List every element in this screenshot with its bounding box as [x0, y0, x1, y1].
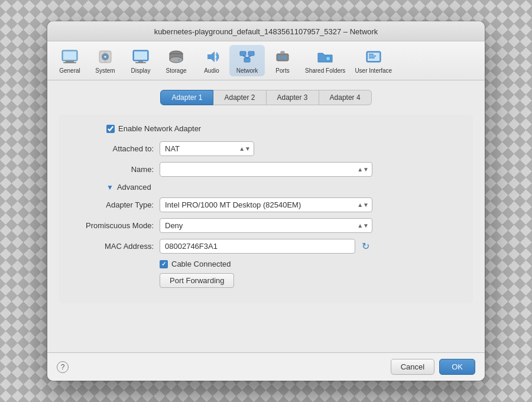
tab-adapter1[interactable]: Adapter 1 — [160, 90, 213, 105]
name-control: ▲▼ — [160, 162, 372, 177]
promiscuous-row: Promiscuous Mode: Deny Allow VMs Allow A… — [71, 218, 461, 233]
attached-to-wrapper: NAT Bridged Adapter Internal Network Hos… — [160, 141, 254, 156]
svg-rect-1 — [63, 51, 76, 60]
audio-icon — [202, 47, 221, 66]
port-forwarding-row: Port Forwarding — [71, 273, 461, 288]
form-container: Enable Network Adapter Attached to: NAT … — [59, 115, 473, 303]
main-window: kubernetes-playground_default_1483561107… — [47, 21, 485, 381]
svg-rect-26 — [281, 56, 283, 59]
svg-rect-25 — [278, 56, 280, 59]
svg-rect-34 — [369, 56, 376, 57]
mac-input-row: ↻ — [160, 239, 372, 254]
svg-rect-13 — [135, 62, 146, 63]
toolbar-audio[interactable]: Audio — [194, 45, 229, 76]
adapter-tabs: Adapter 1 Adapter 2 Adapter 3 Adapter 4 — [59, 90, 473, 105]
content-area: Adapter 1 Adapter 2 Adapter 3 Adapter 4 … — [47, 80, 485, 352]
svg-point-17 — [179, 59, 180, 61]
promiscuous-wrapper: Deny Allow VMs Allow All ▲▼ — [160, 218, 372, 233]
svg-rect-20 — [248, 51, 254, 56]
help-label: ? — [61, 363, 65, 371]
general-label: General — [59, 67, 80, 74]
promiscuous-control: Deny Allow VMs Allow All ▲▼ — [160, 218, 372, 233]
toolbar-user-interface[interactable]: User Interface — [350, 45, 397, 76]
audio-label: Audio — [204, 67, 219, 74]
system-label: System — [95, 67, 115, 74]
promiscuous-select[interactable]: Deny Allow VMs Allow All — [160, 218, 372, 233]
attached-to-select[interactable]: NAT Bridged Adapter Internal Network Hos… — [160, 141, 254, 156]
svg-rect-21 — [244, 58, 250, 62]
mac-address-label: MAC Address: — [71, 242, 160, 251]
shared-folders-icon: ↑ — [316, 47, 335, 66]
name-label: Name: — [71, 165, 160, 174]
system-icon — [96, 47, 115, 66]
advanced-label[interactable]: Advanced — [117, 183, 151, 192]
adapter-type-wrapper: Intel PRO/1000 MT Desktop (82540EM) PCne… — [160, 197, 372, 212]
shared-folders-label: Shared Folders — [305, 67, 345, 74]
adapter-type-select[interactable]: Intel PRO/1000 MT Desktop (82540EM) PCne… — [160, 197, 372, 212]
mac-refresh-button[interactable]: ↻ — [359, 239, 372, 254]
attached-to-label: Attached to: — [71, 144, 160, 153]
svg-rect-19 — [240, 51, 246, 56]
adapter-type-row: Adapter Type: Intel PRO/1000 MT Desktop … — [71, 197, 461, 212]
tab-adapter3[interactable]: Adapter 3 — [267, 90, 319, 105]
network-label: Network — [236, 67, 258, 74]
toolbar-general[interactable]: General — [52, 45, 87, 76]
name-wrapper: ▲▼ — [160, 162, 372, 177]
title-bar: kubernetes-playground_default_1483561107… — [47, 21, 485, 41]
ports-label: Ports — [275, 67, 289, 74]
general-icon — [60, 47, 79, 66]
svg-rect-28 — [281, 51, 284, 54]
svg-rect-9 — [104, 61, 106, 63]
toolbar: General System — [47, 41, 485, 80]
user-interface-label: User Interface — [355, 67, 392, 74]
cable-connected-checkbox[interactable] — [160, 260, 168, 268]
toolbar-display[interactable]: Display — [123, 45, 158, 76]
footer: ? Cancel OK — [47, 352, 485, 381]
ok-button[interactable]: OK — [439, 359, 475, 375]
svg-rect-27 — [284, 56, 286, 59]
footer-actions: Cancel OK — [391, 359, 475, 375]
mac-address-row: MAC Address: ↻ — [71, 239, 461, 254]
enable-adapter-row: Enable Network Adapter — [71, 124, 461, 133]
network-icon — [238, 47, 257, 66]
adapter-type-control: Intel PRO/1000 MT Desktop (82540EM) PCne… — [160, 197, 372, 212]
svg-rect-8 — [104, 51, 106, 53]
storage-label: Storage — [166, 67, 186, 74]
promiscuous-label: Promiscuous Mode: — [71, 221, 160, 230]
svg-text:↑: ↑ — [327, 57, 329, 61]
ports-icon — [273, 47, 292, 66]
attached-to-control: NAT Bridged Adapter Internal Network Hos… — [160, 141, 372, 156]
cable-connected-label: Cable Connected — [171, 260, 231, 268]
user-interface-icon — [364, 47, 383, 66]
toolbar-network[interactable]: Network — [229, 45, 265, 76]
storage-icon — [167, 47, 186, 66]
svg-line-23 — [247, 56, 251, 58]
svg-rect-33 — [369, 54, 374, 55]
enable-adapter-label[interactable]: Enable Network Adapter — [118, 124, 201, 133]
svg-point-16 — [170, 57, 183, 63]
mac-address-control: ↻ — [160, 239, 372, 254]
svg-rect-11 — [134, 51, 147, 60]
advanced-arrow-icon: ▼ — [106, 183, 113, 192]
tab-adapter2[interactable]: Adapter 2 — [213, 90, 266, 105]
display-icon — [131, 47, 150, 66]
svg-rect-35 — [369, 57, 375, 59]
toolbar-storage[interactable]: Storage — [158, 45, 194, 76]
mac-address-input[interactable] — [160, 239, 355, 254]
toolbar-system[interactable]: System — [87, 45, 123, 76]
enable-adapter-checkbox[interactable] — [106, 125, 115, 133]
window-title: kubernetes-playground_default_1483561107… — [154, 27, 378, 36]
cancel-button[interactable]: Cancel — [391, 359, 434, 375]
port-forwarding-button[interactable]: Port Forwarding — [160, 273, 234, 288]
display-label: Display — [131, 67, 151, 74]
help-button[interactable]: ? — [57, 361, 69, 373]
toolbar-shared-folders[interactable]: ↑ Shared Folders — [300, 45, 350, 76]
svg-marker-18 — [207, 51, 215, 62]
svg-rect-3 — [63, 62, 76, 63]
name-row: Name: ▲▼ — [71, 162, 461, 177]
tab-adapter4[interactable]: Adapter 4 — [319, 90, 372, 105]
toolbar-ports[interactable]: Ports — [265, 45, 300, 76]
svg-line-22 — [243, 56, 247, 58]
advanced-header[interactable]: ▼ Advanced — [71, 183, 461, 192]
name-select[interactable] — [160, 162, 372, 177]
